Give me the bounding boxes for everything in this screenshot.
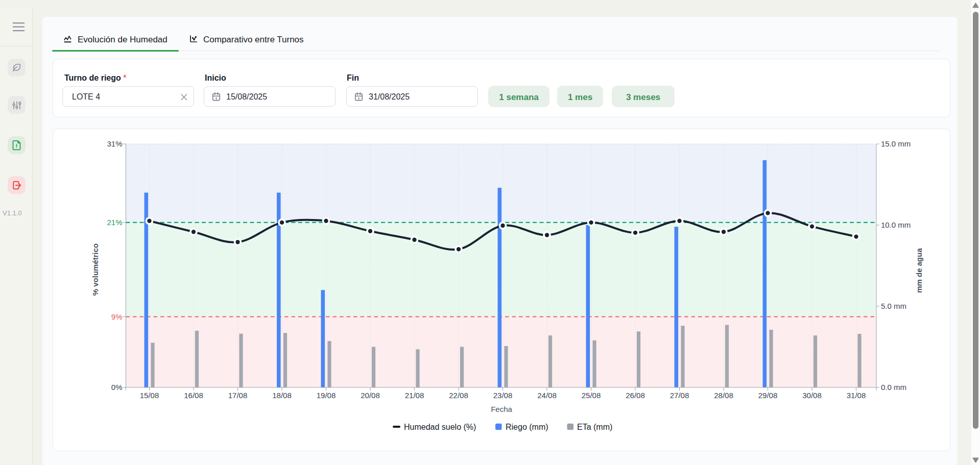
- svg-text:28/08: 28/08: [714, 391, 733, 400]
- svg-text:9%: 9%: [111, 312, 123, 321]
- svg-text:24/08: 24/08: [537, 391, 557, 400]
- svg-text:Riego (mm): Riego (mm): [506, 423, 548, 431]
- svg-text:Humedad suelo (%): Humedad suelo (%): [404, 423, 476, 431]
- svg-text:17/08: 17/08: [228, 391, 248, 400]
- svg-text:0%: 0%: [111, 383, 123, 391]
- svg-text:23/08: 23/08: [493, 391, 513, 400]
- svg-text:30/08: 30/08: [802, 391, 822, 400]
- svg-text:18/08: 18/08: [272, 391, 292, 400]
- svg-text:21%: 21%: [107, 218, 122, 227]
- svg-text:0.0 mm: 0.0 mm: [881, 383, 906, 391]
- svg-text:ETa (mm): ETa (mm): [577, 423, 612, 431]
- svg-text:5.0 mm: 5.0 mm: [881, 302, 906, 310]
- svg-text:31%: 31%: [107, 139, 122, 148]
- svg-text:15.0 mm: 15.0 mm: [881, 139, 911, 148]
- svg-text:% volumétrico: % volumétrico: [91, 243, 100, 296]
- svg-text:15/08: 15/08: [140, 391, 159, 400]
- svg-text:25/08: 25/08: [582, 391, 601, 400]
- svg-text:10.0 mm: 10.0 mm: [881, 221, 911, 229]
- svg-text:19/08: 19/08: [317, 391, 336, 400]
- svg-text:26/08: 26/08: [626, 391, 645, 400]
- svg-text:31/08: 31/08: [847, 391, 866, 400]
- svg-text:20/08: 20/08: [361, 391, 380, 400]
- svg-text:Fecha: Fecha: [491, 405, 512, 413]
- svg-text:27/08: 27/08: [670, 391, 689, 400]
- svg-text:21/08: 21/08: [405, 391, 424, 400]
- svg-text:22/08: 22/08: [449, 391, 468, 400]
- svg-text:16/08: 16/08: [184, 391, 203, 400]
- svg-text:mm de agua: mm de agua: [915, 248, 923, 293]
- svg-text:29/08: 29/08: [758, 391, 778, 400]
